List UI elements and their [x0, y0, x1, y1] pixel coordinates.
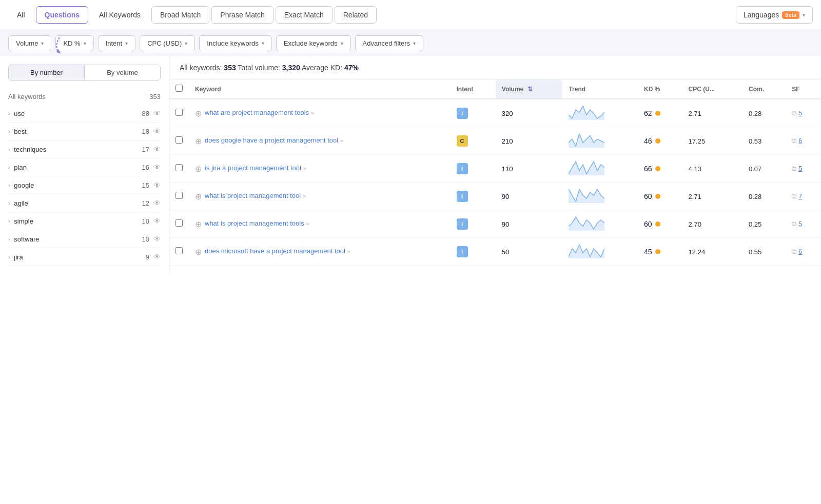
tab-phrase-match[interactable]: Phrase Match	[211, 6, 273, 24]
add-keyword-icon[interactable]: ⊕	[195, 192, 202, 201]
keyword-group-item[interactable]: › techniques 17 👁	[8, 140, 161, 158]
by-number-button[interactable]: By number	[9, 65, 84, 80]
add-keyword-icon[interactable]: ⊕	[195, 219, 202, 229]
keyword-group-item[interactable]: › google 15 👁	[8, 176, 161, 194]
com-value: 0.28	[749, 193, 761, 200]
copy-icon[interactable]: ⧉	[792, 220, 796, 228]
keyword-group-item[interactable]: › plan 16 👁	[8, 158, 161, 176]
row-checkbox-cell	[169, 210, 189, 238]
eye-icon[interactable]: 👁	[153, 127, 161, 135]
keyword-link[interactable]: is jira a project management tool	[205, 164, 301, 172]
eye-icon[interactable]: 👁	[153, 181, 161, 189]
keyword-cell: ⊕ does microsoft have a project manageme…	[189, 238, 451, 266]
sf-link[interactable]: 5	[798, 220, 802, 228]
eye-icon[interactable]: 👁	[153, 109, 161, 117]
add-keyword-icon[interactable]: ⊕	[195, 109, 202, 118]
eye-icon[interactable]: 👁	[153, 217, 161, 225]
keyword-group-item[interactable]: › simple 10 👁	[8, 212, 161, 230]
tab-exact-match[interactable]: Exact Match	[276, 6, 333, 24]
table-row: ⊕ does microsoft have a project manageme…	[169, 238, 821, 266]
group-right: 10 👁	[142, 217, 161, 225]
cpc-filter[interactable]: CPC (USD) ▾	[140, 35, 195, 51]
keyword-group-item[interactable]: › use 88 👁	[8, 105, 161, 123]
group-count: 10	[142, 235, 149, 243]
keyword-link[interactable]: what is project management tools	[205, 219, 304, 227]
intent-badge: I	[457, 191, 468, 202]
eye-icon[interactable]: 👁	[153, 199, 161, 207]
copy-icon[interactable]: ⧉	[792, 248, 796, 255]
kd-dot	[655, 166, 660, 171]
group-left: › plan	[8, 164, 27, 171]
keyword-group-item[interactable]: › jira 9 👁	[8, 248, 161, 266]
tab-bar: All Questions All Keywords Broad Match P…	[0, 0, 821, 30]
row-checkbox[interactable]	[175, 247, 183, 254]
kd-cell: 46	[638, 127, 682, 155]
copy-icon[interactable]: ⧉	[792, 165, 796, 172]
com-cell: 0.25	[742, 210, 786, 238]
row-checkbox-cell	[169, 183, 189, 210]
eye-icon[interactable]: 👁	[153, 253, 161, 261]
row-checkbox[interactable]	[175, 136, 183, 144]
copy-icon[interactable]: ⧉	[792, 192, 796, 200]
kd-value: 62	[644, 109, 652, 117]
kd-filter[interactable]: KD % ▾	[55, 35, 93, 51]
keyword-group-item[interactable]: › best 18 👁	[8, 123, 161, 140]
by-volume-button[interactable]: By volume	[84, 65, 160, 80]
cpc-value: 17.25	[689, 137, 706, 145]
group-left: › use	[8, 110, 25, 117]
keyword-cell: ⊕ does google have a project management …	[189, 127, 451, 155]
add-keyword-icon[interactable]: ⊕	[195, 136, 202, 146]
row-checkbox[interactable]	[175, 219, 183, 227]
keyword-group-item[interactable]: › agile 12 👁	[8, 194, 161, 212]
advanced-chevron-icon: ▾	[413, 41, 416, 46]
tab-all-keywords[interactable]: All Keywords	[90, 6, 149, 24]
copy-icon[interactable]: ⧉	[792, 137, 796, 145]
eye-icon[interactable]: 👁	[153, 235, 161, 243]
sf-link[interactable]: 6	[798, 137, 802, 145]
kd-chevron-icon: ▾	[84, 41, 86, 46]
advanced-filters[interactable]: Advanced filters ▾	[355, 35, 424, 51]
copy-icon[interactable]: ⧉	[792, 109, 796, 117]
all-keywords-count: 353	[149, 93, 161, 100]
eye-icon[interactable]: 👁	[153, 145, 161, 153]
keyword-link[interactable]: what is project management tool	[205, 192, 301, 199]
kd-cell: 60	[638, 183, 682, 210]
add-keyword-icon[interactable]: ⊕	[195, 164, 202, 174]
sf-link[interactable]: 7	[798, 192, 802, 200]
tab-broad-match[interactable]: Broad Match	[151, 6, 209, 24]
keyword-link[interactable]: what are project management tools	[205, 109, 309, 116]
include-keywords-filter[interactable]: Include keywords ▾	[199, 35, 271, 51]
volume-filter[interactable]: Volume ▾	[8, 35, 51, 51]
keyword-link[interactable]: does google have a project management to…	[205, 136, 338, 144]
group-name: agile	[14, 199, 28, 207]
add-keyword-icon[interactable]: ⊕	[195, 247, 202, 257]
group-count: 9	[146, 253, 149, 261]
trend-cell	[562, 210, 638, 238]
languages-dropdown[interactable]: Languages beta ▾	[736, 6, 813, 24]
trend-cell	[562, 127, 638, 155]
sf-link[interactable]: 5	[798, 109, 802, 117]
exclude-keywords-filter[interactable]: Exclude keywords ▾	[276, 35, 351, 51]
sf-link[interactable]: 6	[798, 248, 802, 255]
tab-related[interactable]: Related	[335, 6, 377, 24]
cpc-cell: 2.70	[682, 210, 742, 238]
intent-filter[interactable]: Intent ▾	[98, 35, 136, 51]
stats-total-volume: 3,320	[282, 64, 300, 72]
volume-value: 90	[502, 193, 509, 200]
row-checkbox[interactable]	[175, 164, 183, 171]
kd-value: 66	[644, 165, 652, 173]
table-row: ⊕ what is project management tool » I 90…	[169, 183, 821, 210]
filter-bar: Volume ▾ KD % ▾ Intent ▾ CPC (USD) ▾ Inc…	[0, 30, 821, 56]
tab-all[interactable]: All	[8, 6, 34, 24]
row-checkbox[interactable]	[175, 109, 183, 116]
intent-cell: I	[451, 99, 496, 127]
keyword-link[interactable]: does microsoft have a project management…	[205, 247, 345, 255]
eye-icon[interactable]: 👁	[153, 163, 161, 171]
sf-link[interactable]: 5	[798, 165, 802, 172]
select-all-checkbox[interactable]	[175, 85, 183, 92]
keyword-group-item[interactable]: › software 10 👁	[8, 230, 161, 248]
tab-questions[interactable]: Questions	[36, 6, 88, 24]
row-checkbox[interactable]	[175, 192, 183, 199]
th-volume[interactable]: Volume ⇅	[496, 79, 563, 99]
double-arrow-icon: »	[311, 110, 314, 116]
